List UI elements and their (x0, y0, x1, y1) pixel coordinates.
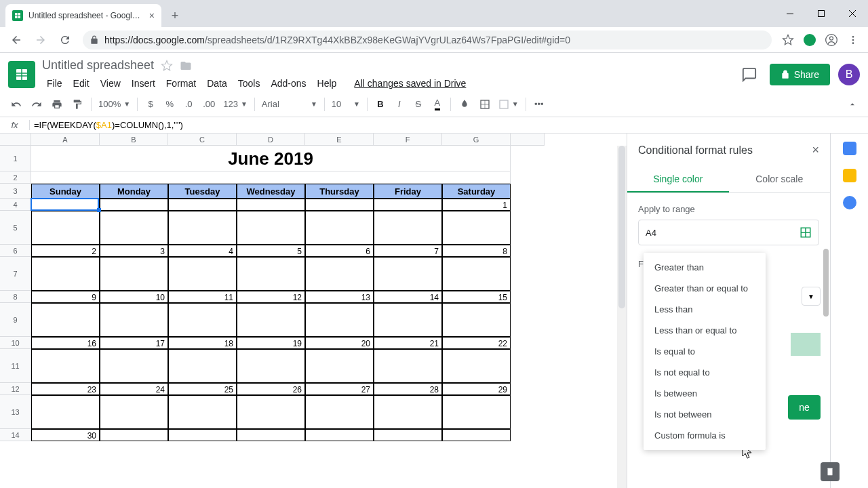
calendar-date-cell[interactable]: 24 (100, 383, 168, 395)
new-tab-button[interactable]: + (165, 6, 184, 25)
menu-file[interactable]: File (42, 75, 67, 92)
calendar-body-cell[interactable] (31, 349, 100, 383)
calendar-body-cell[interactable] (168, 395, 237, 429)
col-header[interactable]: C (168, 134, 237, 146)
decimal-increase-button[interactable]: .00 (199, 96, 219, 113)
col-header[interactable]: E (305, 134, 374, 146)
comments-button[interactable] (737, 62, 762, 87)
fill-color-button[interactable] (455, 96, 474, 113)
calendar-body-cell[interactable] (374, 211, 442, 245)
grid-icon[interactable] (800, 226, 812, 239)
menu-addons[interactable]: Add-ons (266, 75, 311, 92)
zoom-select[interactable]: 100%▼ (96, 99, 133, 109)
calendar-body-cell[interactable] (31, 303, 100, 337)
calendar-date-cell[interactable]: 7 (374, 245, 442, 257)
calendar-body-cell[interactable] (305, 395, 374, 429)
calendar-date-cell[interactable] (374, 429, 442, 441)
percent-button[interactable]: % (161, 96, 178, 113)
calendar-date-cell[interactable]: 14 (374, 291, 442, 303)
browser-tab[interactable]: Untitled spreadsheet - Google S × (5, 4, 161, 27)
calendar-date-cell[interactable] (305, 199, 374, 211)
calendar-date-cell[interactable]: 9 (31, 291, 100, 303)
url-field[interactable]: https://docs.google.com/spreadsheets/d/1… (83, 30, 772, 49)
save-status[interactable]: All changes saved in Drive (349, 75, 471, 92)
maximize-button[interactable] (806, 0, 837, 27)
calendar-date-cell[interactable]: 3 (100, 245, 168, 257)
calendar-body-cell[interactable] (237, 303, 305, 337)
calendar-date-cell[interactable]: 18 (168, 337, 237, 349)
calendar-body-cell[interactable] (31, 257, 100, 291)
spreadsheet-grid[interactable]: ABCDEFG 1234567891011121314 June 2019 Su… (0, 134, 627, 488)
calendar-date-cell[interactable]: 22 (442, 337, 511, 349)
calendar-date-cell[interactable] (305, 429, 374, 441)
calendar-body-cell[interactable] (374, 395, 442, 429)
calendar-date-cell[interactable]: 12 (237, 291, 305, 303)
italic-button[interactable]: I (391, 96, 408, 113)
calendar-date-cell[interactable]: 6 (305, 245, 374, 257)
calendar-body-cell[interactable] (442, 303, 511, 337)
calendar-body-cell[interactable] (374, 303, 442, 337)
calendar-body-cell[interactable] (100, 395, 168, 429)
merge-button[interactable]: ▼ (496, 99, 521, 110)
calendar-date-cell[interactable]: 20 (305, 337, 374, 349)
calendar-body-cell[interactable] (31, 395, 100, 429)
dropdown-item[interactable]: Is not equal to (644, 362, 766, 383)
borders-button[interactable] (475, 96, 494, 113)
decimal-decrease-button[interactable]: .0 (180, 96, 197, 113)
profile-icon[interactable] (822, 30, 841, 49)
calendar-date-cell[interactable]: 19 (237, 337, 305, 349)
rule-select-caret[interactable]: ▼ (802, 287, 821, 306)
calendar-date-cell[interactable] (237, 429, 305, 441)
menu-insert[interactable]: Insert (127, 75, 160, 92)
extension-icon[interactable] (800, 30, 819, 49)
strike-button[interactable]: S (410, 96, 427, 113)
bold-button[interactable]: B (372, 96, 389, 113)
col-header[interactable]: D (237, 134, 305, 146)
row-header[interactable]: 9 (0, 303, 31, 337)
back-button[interactable] (5, 29, 27, 51)
calendar-date-cell[interactable]: 16 (31, 337, 100, 349)
dropdown-item[interactable]: Custom formula is (644, 425, 766, 446)
calendar-body-cell[interactable] (100, 349, 168, 383)
calendar-date-cell[interactable]: 29 (442, 383, 511, 395)
calendar-date-cell[interactable]: 28 (374, 383, 442, 395)
number-format-select[interactable]: 123▼ (220, 99, 250, 109)
range-input[interactable]: A4 (638, 220, 819, 245)
dropdown-scrollbar[interactable] (823, 249, 829, 317)
done-button[interactable]: ne (788, 395, 821, 420)
calendar-date-cell[interactable]: 17 (100, 337, 168, 349)
tab-color-scale[interactable]: Color scale (729, 167, 831, 192)
calendar-body-cell[interactable] (374, 257, 442, 291)
calendar-date-cell[interactable] (100, 429, 168, 441)
calendar-body-cell[interactable] (442, 211, 511, 245)
col-header[interactable]: B (100, 134, 168, 146)
close-icon[interactable]: × (149, 10, 155, 21)
row-header[interactable]: 7 (0, 257, 31, 291)
calendar-body-cell[interactable] (442, 395, 511, 429)
forward-button[interactable] (30, 29, 52, 51)
calendar-body-cell[interactable] (168, 349, 237, 383)
calendar-body-cell[interactable] (305, 257, 374, 291)
tasks-addon-icon[interactable] (843, 196, 856, 209)
calendar-date-cell[interactable] (168, 199, 237, 211)
row-header[interactable]: 11 (0, 349, 31, 383)
col-header[interactable]: G (442, 134, 511, 146)
star-doc-icon[interactable] (161, 60, 173, 72)
paint-format-button[interactable] (68, 96, 87, 113)
currency-button[interactable]: $ (142, 96, 159, 113)
calendar-body-cell[interactable] (168, 257, 237, 291)
calendar-date-cell[interactable]: 4 (168, 245, 237, 257)
calendar-date-cell[interactable]: 5 (237, 245, 305, 257)
row-header[interactable]: 5 (0, 211, 31, 245)
dropdown-item[interactable]: Less than (644, 299, 766, 320)
dropdown-item[interactable]: Greater than (644, 257, 766, 278)
undo-button[interactable] (7, 96, 26, 113)
calendar-body-cell[interactable] (168, 303, 237, 337)
formula-input[interactable]: =IF(WEEKDAY($A1)=COLUMN(),1,"") (30, 120, 183, 131)
dropdown-item[interactable]: Is not between (644, 404, 766, 425)
calendar-body-cell[interactable] (305, 303, 374, 337)
row-header[interactable]: 1 (0, 146, 31, 171)
row-header[interactable]: 4 (0, 199, 31, 211)
calendar-date-cell[interactable] (374, 199, 442, 211)
calendar-date-cell[interactable]: 8 (442, 245, 511, 257)
